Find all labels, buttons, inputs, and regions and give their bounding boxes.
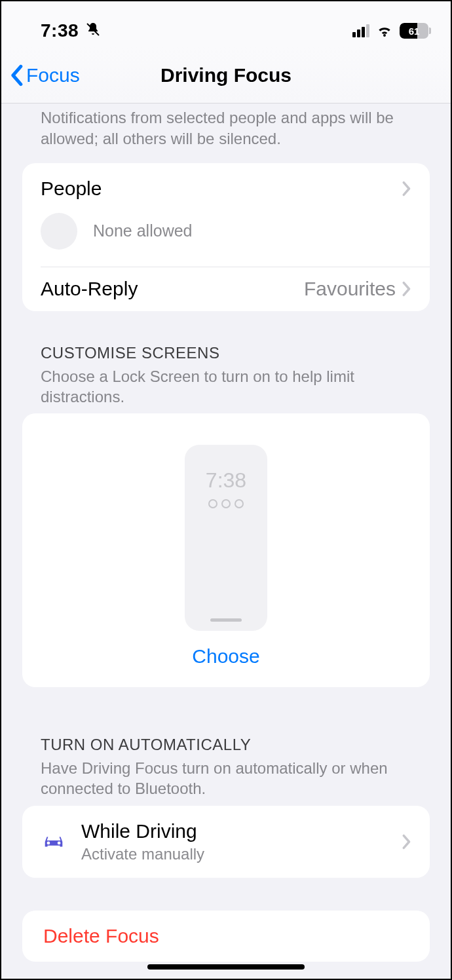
back-label: Focus	[26, 64, 80, 86]
turn-on-automatically-description: Have Driving Focus turn on automatically…	[1, 758, 451, 805]
while-driving-sub: Activate manually	[81, 845, 388, 863]
page-title: Driving Focus	[160, 64, 292, 86]
cellular-signal-icon	[352, 24, 369, 37]
car-icon	[41, 833, 67, 850]
lock-screen-preview[interactable]: 7:38	[185, 445, 267, 631]
chevron-left-icon	[9, 64, 24, 86]
while-driving-label: While Driving	[81, 820, 388, 842]
delete-focus-button[interactable]: Delete Focus	[22, 911, 430, 962]
home-indicator[interactable]	[147, 964, 305, 970]
customise-screens-description: Choose a Lock Screen to turn on to help …	[1, 366, 451, 413]
status-bar: 7:38 61	[1, 1, 451, 47]
people-none-label: None allowed	[93, 221, 193, 240]
while-driving-row[interactable]: While Driving Activate manually	[22, 806, 430, 878]
notifications-card: People None allowed Auto-Reply Favourite…	[22, 163, 430, 311]
auto-reply-value: Favourites	[304, 278, 396, 300]
chevron-right-icon	[402, 281, 411, 297]
customise-screens-header: Customise Screens	[1, 344, 451, 366]
wifi-icon	[376, 21, 393, 41]
allow-notifications-description: Notifications from selected people and a…	[1, 104, 451, 163]
chevron-right-icon	[402, 834, 411, 850]
battery-percent: 61	[400, 23, 428, 39]
lock-screen-preview-time: 7:38	[206, 468, 246, 493]
people-row[interactable]: People None allowed	[22, 163, 430, 267]
battery-indicator: 61	[400, 23, 431, 39]
chevron-right-icon	[402, 181, 411, 197]
content-scroll[interactable]: Notifications from selected people and a…	[1, 104, 451, 979]
silent-bell-icon	[85, 22, 101, 40]
delete-card: Delete Focus	[22, 911, 430, 962]
auto-reply-label: Auto-Reply	[41, 278, 304, 300]
people-label: People	[41, 178, 402, 200]
status-time: 7:38	[41, 20, 79, 41]
automatic-card: While Driving Activate manually	[22, 806, 430, 878]
avatar-placeholder-icon	[41, 213, 77, 250]
screens-card: 7:38 Choose	[22, 413, 430, 687]
back-button[interactable]: Focus	[9, 47, 80, 103]
preview-dots-icon	[208, 499, 244, 508]
auto-reply-row[interactable]: Auto-Reply Favourites	[22, 267, 430, 311]
choose-button[interactable]: Choose	[192, 645, 259, 668]
preview-home-bar-icon	[210, 618, 242, 622]
navigation-bar: Focus Driving Focus	[1, 47, 451, 104]
turn-on-automatically-header: Turn On Automatically	[1, 736, 451, 758]
